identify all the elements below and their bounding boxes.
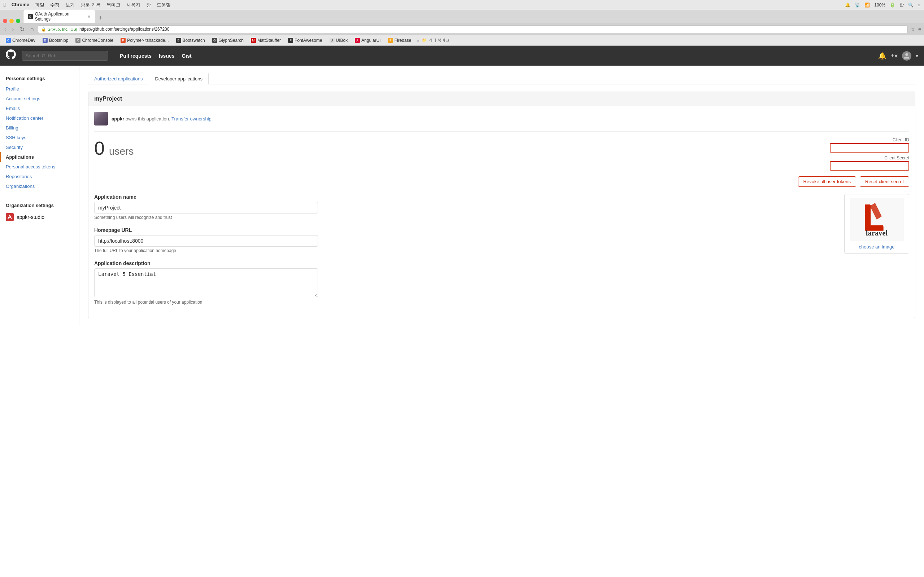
- home-button[interactable]: ⌂: [29, 25, 36, 33]
- bookmark-star-icon[interactable]: ☆: [911, 26, 915, 32]
- menu-user[interactable]: 사용자: [126, 2, 141, 8]
- logo-box: laravel choose an image: [844, 194, 909, 253]
- sidebar: Personal settings Profile Account settin…: [0, 66, 79, 325]
- bookmark-bootsnipp[interactable]: B Bootsnipp: [40, 37, 71, 44]
- minimize-window-button[interactable]: [10, 19, 14, 23]
- transfer-ownership-link[interactable]: Transfer ownership.: [171, 116, 213, 121]
- browser-tab-active[interactable]: G OAuth Application Settings ✕: [23, 10, 95, 23]
- bookmark-polymer[interactable]: P Polymer-itshackade...: [118, 37, 171, 44]
- description-textarea[interactable]: [94, 268, 318, 297]
- url-bar[interactable]: 🔒 GitHub, Inc. [US] https://github.com/s…: [38, 25, 908, 33]
- browser-menu-icon[interactable]: ≡: [918, 26, 921, 32]
- user-avatar[interactable]: [902, 51, 911, 61]
- reset-client-secret-button[interactable]: Reset client secret: [860, 176, 909, 187]
- app-name-input[interactable]: [94, 202, 318, 213]
- app-name-row: Application name Something users will re…: [94, 194, 835, 220]
- issues-link[interactable]: Issues: [159, 53, 175, 59]
- bookmark-angularui[interactable]: A AngularUI: [352, 37, 383, 44]
- main-content: Authorized applications Developer applic…: [79, 66, 924, 325]
- tab-favicon-icon: G: [28, 14, 33, 19]
- bookmark-polymer-icon: P: [121, 38, 126, 43]
- users-number: 0: [94, 137, 105, 159]
- homepage-url-input[interactable]: [94, 235, 318, 247]
- bookmark-chromeconsole[interactable]: C ChromeConsole: [73, 37, 116, 44]
- notification-icon: 🔔: [845, 3, 850, 8]
- sidebar-item-emails[interactable]: Emails: [0, 103, 79, 113]
- menu-help[interactable]: 도움말: [157, 2, 171, 8]
- menu-edit[interactable]: 수정: [50, 2, 60, 8]
- titlebar-right: 🔔 📡 📶 100% 🔋 한 🔍 ≡: [462, 2, 921, 8]
- sidebar-item-profile[interactable]: Profile: [0, 84, 79, 94]
- tab-authorized-applications[interactable]: Authorized applications: [88, 73, 149, 84]
- github-search-input[interactable]: [22, 51, 108, 61]
- menu-window[interactable]: 창: [146, 2, 151, 8]
- choose-image-link[interactable]: choose an image: [859, 244, 894, 250]
- form-with-logo: Application name Something users will re…: [94, 194, 909, 312]
- org-name-label: appkr-studio: [16, 214, 44, 220]
- users-label: users: [109, 146, 134, 157]
- tab-close-button[interactable]: ✕: [87, 15, 90, 19]
- reload-button[interactable]: ↻: [18, 25, 26, 34]
- bookmark-uibox-icon: U: [330, 38, 334, 43]
- stats-credentials-row: 0 users Client ID Client Secret: [94, 137, 909, 171]
- client-secret-label: Client Secret: [884, 155, 909, 161]
- menu-file[interactable]: 파일: [35, 2, 44, 8]
- sidebar-item-security[interactable]: Security: [0, 142, 79, 152]
- forward-button[interactable]: ›: [10, 25, 15, 33]
- maximize-window-button[interactable]: [16, 19, 20, 23]
- revoke-all-tokens-button[interactable]: Revoke all user tokens: [798, 176, 856, 187]
- bookmarks-more[interactable]: »: [417, 38, 419, 43]
- url-text: https://github.com/settings/applications…: [79, 27, 170, 32]
- github-header-right: 🔔 +▾ ▾: [878, 51, 918, 61]
- bookmark-fontawesome[interactable]: F FontAwesome: [285, 37, 325, 44]
- bookmarks-folder[interactable]: 📁 기타 북마크: [422, 37, 449, 43]
- client-id-label: Client ID: [893, 137, 909, 142]
- traffic-lights: [3, 19, 20, 23]
- org-avatar-icon: [6, 213, 14, 221]
- menu-history[interactable]: 방문 기록: [81, 2, 101, 8]
- sidebar-item-billing[interactable]: Billing: [0, 123, 79, 133]
- bookmark-glyphsearch[interactable]: G GlyphSearch: [209, 37, 247, 44]
- sidebar-item-repositories[interactable]: Repositories: [0, 172, 79, 181]
- credentials-panel: Client ID Client Secret: [830, 137, 909, 171]
- logo-preview: laravel choose an image: [844, 194, 909, 253]
- logo-image-container: laravel: [850, 198, 904, 241]
- pull-requests-link[interactable]: Pull requests: [120, 53, 152, 59]
- tab-developer-applications[interactable]: Developer applications: [149, 73, 208, 84]
- sidebar-item-account-settings[interactable]: Account settings: [0, 94, 79, 103]
- tab-title: OAuth Application Settings: [35, 11, 85, 22]
- menu-view[interactable]: 보기: [65, 2, 75, 8]
- new-tab-button[interactable]: +: [95, 13, 105, 23]
- menu-chrome[interactable]: Chrome: [11, 2, 29, 8]
- page-tabs: Authorized applications Developer applic…: [88, 73, 915, 84]
- app-body: appkr owns this application. Transfer ow…: [89, 106, 915, 318]
- bookmark-firebase[interactable]: F Firebase: [385, 37, 414, 44]
- sidebar-item-applications[interactable]: Applications: [0, 152, 79, 162]
- new-item-button[interactable]: +▾: [890, 52, 898, 60]
- battery-label: 100%: [874, 3, 885, 8]
- sidebar-item-notification-center[interactable]: Notification center: [0, 113, 79, 123]
- owner-text: appkr owns this application. Transfer ow…: [111, 116, 213, 121]
- close-window-button[interactable]: [3, 19, 7, 23]
- client-id-input[interactable]: [830, 143, 909, 153]
- sidebar-item-organizations[interactable]: Organizations: [0, 181, 79, 191]
- sidebar-item-personal-access-tokens[interactable]: Personal access tokens: [0, 162, 79, 172]
- bookmark-mattstauffer[interactable]: M MattStauffer: [248, 37, 284, 44]
- github-logo-icon[interactable]: [6, 49, 16, 62]
- back-button[interactable]: ‹: [3, 25, 8, 33]
- bookmark-uibox[interactable]: U UIBox: [327, 37, 351, 44]
- menu-bookmarks[interactable]: 북마크: [107, 2, 121, 8]
- address-bar-actions: ☆ ≡: [911, 26, 921, 32]
- tab-bar: G OAuth Application Settings ✕ +: [0, 10, 924, 23]
- client-secret-input[interactable]: [830, 161, 909, 171]
- user-menu-chevron-icon[interactable]: ▾: [916, 53, 918, 59]
- svg-text:laravel: laravel: [866, 229, 888, 237]
- sidebar-item-appkr-studio[interactable]: appkr-studio: [0, 211, 79, 223]
- bookmark-chromedev[interactable]: C ChromeDev: [3, 37, 38, 44]
- client-secret-row: Client Secret: [830, 155, 909, 171]
- gist-link[interactable]: Gist: [182, 53, 192, 59]
- sidebar-item-ssh-keys[interactable]: SSH keys: [0, 133, 79, 142]
- bookmark-fontawesome-icon: F: [288, 38, 293, 43]
- notifications-button[interactable]: 🔔: [878, 52, 886, 60]
- bookmark-bootswatch[interactable]: B Bootswatch: [173, 37, 208, 44]
